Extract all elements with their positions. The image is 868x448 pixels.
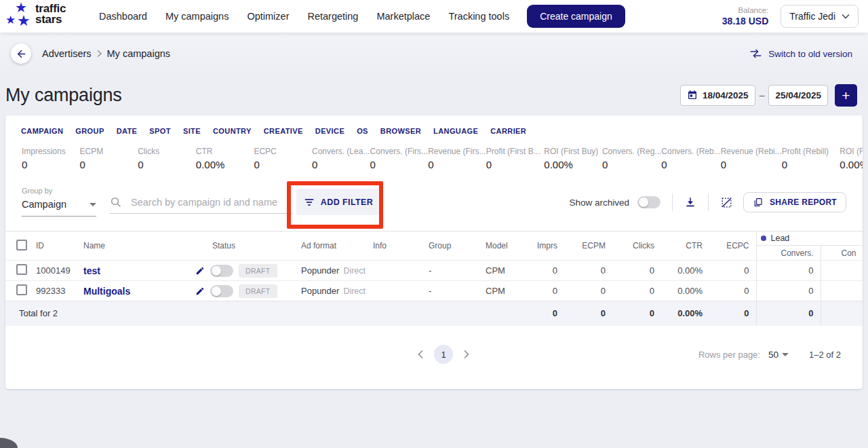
back-button[interactable] xyxy=(11,43,31,64)
convers-cell: 0 xyxy=(756,281,821,301)
tab-site[interactable]: SITE xyxy=(183,127,201,135)
row-checkbox[interactable] xyxy=(16,264,27,275)
ecpc-cell: 0 xyxy=(709,281,756,301)
stat-label: Convers. (Reg... xyxy=(602,147,661,156)
stat-label: Profit (First B... xyxy=(486,147,545,156)
edit-pencil-icon[interactable] xyxy=(195,266,205,276)
select-all-checkbox[interactable] xyxy=(16,240,27,250)
row-checkbox[interactable] xyxy=(16,284,27,295)
share-report-button[interactable]: SHARE REPORT xyxy=(743,192,846,212)
nav-optimizer[interactable]: Optimizer xyxy=(247,11,289,22)
date-to-input[interactable]: 25/04/2025 xyxy=(768,85,828,106)
search-icon xyxy=(110,196,122,208)
next-page-button[interactable] xyxy=(462,348,471,360)
campaign-id: 992333 xyxy=(33,281,73,301)
controls-right: Show archived SHARE REPORT xyxy=(569,192,846,212)
col-header-clicks[interactable]: Clicks xyxy=(612,231,661,261)
edit-pencil-icon[interactable] xyxy=(195,286,205,296)
account-menu[interactable]: Traffic Jedi xyxy=(781,5,859,28)
campaign-status-toggle[interactable] xyxy=(210,265,233,277)
stat-value: 0.00% xyxy=(196,159,254,170)
nav-tracking-tools[interactable]: Tracking tools xyxy=(448,11,509,22)
tab-browser[interactable]: BROWSER xyxy=(380,127,421,135)
tab-group[interactable]: GROUP xyxy=(75,127,104,135)
breadcrumb-bar: Advertisers My campaigns Switch to old v… xyxy=(0,33,868,75)
total-row: Total for 2 0 0 0 0.00% 0 0 xyxy=(5,301,863,326)
group-by-select[interactable]: Group by Campaign xyxy=(22,187,96,217)
tab-date[interactable]: DATE xyxy=(117,127,138,135)
nav-my-campaigns[interactable]: My campaigns xyxy=(165,11,229,22)
tab-carrier[interactable]: CARRIER xyxy=(490,127,526,135)
account-name: Traffic Jedi xyxy=(789,11,835,22)
switch-old-version-link[interactable]: Switch to old version xyxy=(749,49,852,59)
rows-per-page-label: Rows per page: xyxy=(698,350,760,360)
date-separator: – xyxy=(760,90,765,100)
breadcrumb-current: My campaigns xyxy=(107,48,170,59)
stat-label: Revenue (Rebi... xyxy=(721,147,782,156)
group-by-value: Campaign xyxy=(22,199,66,210)
ctr-cell: 0.00% xyxy=(661,261,709,281)
rows-per-page-select[interactable]: 50 xyxy=(768,350,778,360)
stat-value: 0 xyxy=(80,159,138,170)
tab-language[interactable]: LANGUAGE xyxy=(433,127,478,135)
group-cell: - xyxy=(419,281,476,301)
date-to-value: 25/04/2025 xyxy=(775,90,821,100)
col-header-ecpm[interactable]: ECPM xyxy=(564,231,612,261)
lead-dot-icon xyxy=(761,236,766,241)
model-cell: CPM xyxy=(476,261,518,281)
col-header-status[interactable]: Status xyxy=(190,231,292,261)
campaign-name-link[interactable]: Multigoals xyxy=(83,286,130,297)
stat-value: 0.00% xyxy=(840,159,863,170)
caret-down-icon[interactable] xyxy=(782,353,789,356)
col-header-id[interactable]: ID xyxy=(33,231,73,261)
col-header-ctr[interactable]: CTR xyxy=(661,231,709,261)
page-number-button[interactable]: 1 xyxy=(434,345,453,364)
tab-creative[interactable]: CREATIVE xyxy=(264,127,303,135)
pagination: 1 Rows per page: 50 1–2 of 2 xyxy=(5,339,863,370)
date-from-input[interactable]: 18/04/2025 xyxy=(680,85,755,106)
pagination-range: 1–2 of 2 xyxy=(809,350,841,360)
stat-value: 0 xyxy=(486,159,545,170)
chevron-right-icon xyxy=(96,50,102,58)
total-convers-cost xyxy=(821,301,863,326)
col-header-imprs[interactable]: Imprs xyxy=(518,231,564,261)
tab-os[interactable]: OS xyxy=(357,127,368,135)
tab-spot[interactable]: SPOT xyxy=(149,127,171,135)
campaign-status-toggle[interactable] xyxy=(210,285,233,297)
clicks-cell: 0 xyxy=(612,261,661,281)
col-header-ad-format[interactable]: Ad format xyxy=(292,231,363,261)
show-archived-toggle[interactable] xyxy=(637,196,660,208)
search-input[interactable] xyxy=(131,197,283,208)
tab-campaign[interactable]: CAMPAIGN xyxy=(21,127,63,135)
stat-label: Profit (Rebill) xyxy=(782,147,840,156)
stat-label: Impressions xyxy=(22,147,80,156)
col-header-model[interactable]: Model xyxy=(476,231,518,261)
col-header-ecpc[interactable]: ECPC xyxy=(709,231,756,261)
nav-marketplace[interactable]: Marketplace xyxy=(376,11,430,22)
breadcrumb-advertisers[interactable]: Advertisers xyxy=(42,48,92,59)
stat-label: ROI (Re xyxy=(840,147,863,156)
prev-page-button[interactable] xyxy=(416,348,425,360)
col-header-info[interactable]: Info xyxy=(363,231,419,261)
add-date-range-button[interactable]: + xyxy=(835,84,857,107)
col-header-convers[interactable]: Convers. xyxy=(756,246,821,261)
status-badge: DRAFT xyxy=(239,264,277,278)
col-header-group[interactable]: Group xyxy=(419,231,476,261)
col-header-name[interactable]: Name xyxy=(73,231,190,261)
stat-clicks: Clicks0 xyxy=(138,147,196,170)
nav-retargeting[interactable]: Retargeting xyxy=(307,11,358,22)
col-header-convers-cost[interactable]: Con xyxy=(821,246,863,261)
add-filter-button[interactable]: ADD FILTER xyxy=(296,189,380,215)
download-button[interactable] xyxy=(684,196,696,208)
brand-logo[interactable]: ★ ★ ★ traffic stars xyxy=(4,0,77,33)
campaign-name-link[interactable]: test xyxy=(83,265,100,276)
status-badge: DRAFT xyxy=(239,284,277,298)
convers-cost-cell xyxy=(821,281,863,301)
tab-country[interactable]: COUNTRY xyxy=(213,127,252,135)
create-campaign-button[interactable]: Create campaign xyxy=(527,5,625,28)
title-row: My campaigns 18/04/2025 – 25/04/2025 + xyxy=(0,75,868,115)
nav-dashboard[interactable]: Dashboard xyxy=(99,11,147,22)
hide-chart-button[interactable] xyxy=(720,196,733,209)
tab-device[interactable]: DEVICE xyxy=(315,127,344,135)
ecpm-cell: 0 xyxy=(564,261,612,281)
